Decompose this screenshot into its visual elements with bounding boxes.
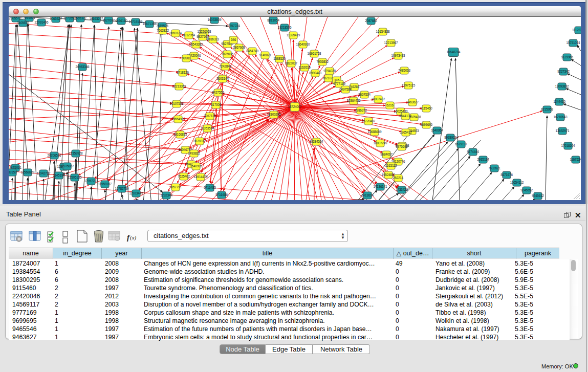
svg-text:8454749: 8454749: [246, 49, 258, 53]
svg-text:8186323: 8186323: [207, 37, 219, 41]
svg-text:15720407: 15720407: [362, 119, 376, 123]
svg-text:12975867: 12975867: [60, 164, 74, 168]
svg-text:19166825: 19166825: [173, 133, 187, 136]
svg-text:8660124: 8660124: [169, 31, 182, 35]
svg-text:17016504: 17016504: [561, 144, 575, 147]
svg-text:20364436: 20364436: [347, 99, 361, 102]
svg-text:18807249: 18807249: [374, 141, 387, 145]
svg-text:2718126: 2718126: [177, 71, 189, 74]
svg-text:6466160: 6466160: [115, 19, 127, 23]
svg-text:1167534: 1167534: [570, 158, 581, 161]
svg-text:39159: 39159: [9, 170, 17, 174]
svg-text:9794028: 9794028: [323, 69, 336, 73]
svg-text:2603144: 2603144: [216, 77, 229, 80]
svg-text:11568629: 11568629: [21, 170, 35, 174]
svg-text:8813054: 8813054: [267, 18, 279, 22]
svg-text:8990443: 8990443: [309, 71, 321, 75]
svg-text:14136141: 14136141: [374, 185, 387, 188]
svg-text:14914479: 14914479: [194, 175, 208, 179]
svg-text:7625402: 7625402: [178, 174, 190, 178]
svg-text:12213967: 12213967: [384, 41, 398, 45]
svg-text:12213369: 12213369: [172, 84, 186, 88]
svg-text:1527602: 1527602: [102, 18, 115, 22]
svg-text:16961758: 16961758: [308, 52, 321, 55]
svg-text:2867608: 2867608: [233, 46, 245, 49]
svg-text:1413614: 1413614: [361, 193, 374, 197]
svg-text:10973493: 10973493: [391, 54, 405, 57]
svg-text:9227342: 9227342: [557, 70, 570, 73]
svg-text:16543382: 16543382: [189, 42, 203, 46]
svg-text:6497568: 6497568: [339, 87, 352, 91]
svg-text:11123345: 11123345: [572, 28, 581, 32]
svg-text:11325419: 11325419: [287, 33, 300, 37]
svg-text:13692971: 13692971: [556, 129, 570, 133]
svg-text:9115460: 9115460: [421, 106, 433, 110]
svg-text:1965412: 1965412: [400, 130, 412, 134]
svg-text:2935114: 2935114: [477, 158, 490, 161]
svg-text:10671355: 10671355: [143, 22, 157, 26]
svg-text:1540999: 1540999: [190, 164, 202, 168]
svg-text:8215958: 8215958: [541, 107, 553, 111]
svg-text:9129966: 9129966: [561, 55, 573, 59]
svg-text:22091406: 22091406: [35, 20, 49, 24]
svg-text:7242848: 7242848: [219, 64, 231, 68]
svg-text:7955812: 7955812: [316, 60, 329, 63]
svg-text:17957223: 17957223: [84, 179, 98, 183]
svg-text:1244415: 1244415: [553, 100, 565, 103]
svg-text:1640954: 1640954: [431, 128, 443, 132]
svg-text:13975115: 13975115: [402, 83, 416, 87]
svg-text:9777169: 9777169: [333, 82, 345, 85]
svg-text:9245652: 9245652: [520, 188, 533, 192]
svg-text:546: 546: [231, 38, 236, 41]
svg-text:9146821: 9146821: [259, 53, 271, 57]
svg-text:1544134: 1544134: [399, 114, 411, 118]
svg-text:2087682: 2087682: [365, 19, 377, 23]
svg-text:10807487: 10807487: [372, 97, 385, 101]
svg-text:15226058: 15226058: [198, 30, 211, 33]
svg-text:98961: 98961: [182, 56, 191, 60]
svg-text:16648784: 16648784: [447, 50, 461, 54]
svg-text:8878332: 8878332: [193, 139, 206, 143]
svg-text:8938923: 8938923: [444, 136, 456, 139]
svg-text:12923445: 12923445: [129, 191, 143, 195]
svg-text:5716486: 5716486: [215, 193, 228, 196]
svg-text:17359928: 17359928: [69, 151, 83, 155]
svg-text:10653267: 10653267: [90, 17, 103, 20]
svg-text:16154838: 16154838: [376, 30, 390, 33]
svg-text:8912954: 8912954: [183, 33, 195, 37]
svg-text:18640910: 18640910: [296, 42, 310, 46]
svg-text:11958167: 11958167: [98, 182, 112, 186]
svg-text:3267130: 3267130: [204, 114, 216, 118]
svg-text:19218506: 19218506: [278, 26, 292, 29]
svg-text:8822037: 8822037: [285, 61, 297, 65]
svg-text:9463627: 9463627: [406, 100, 419, 104]
svg-text:19654983: 19654983: [171, 117, 185, 121]
svg-text:(x): (x): [130, 234, 137, 241]
svg-text:9245612: 9245612: [532, 194, 544, 198]
svg-text:9699695: 9699695: [420, 123, 432, 126]
svg-text:18724007: 18724007: [288, 105, 302, 108]
svg-text:1733426: 1733426: [396, 188, 408, 191]
svg-text:9684067: 9684067: [380, 152, 393, 156]
svg-text:10107553: 10107553: [170, 102, 184, 105]
svg-text:12942737: 12942737: [37, 171, 51, 175]
svg-text:10654112: 10654112: [510, 181, 524, 184]
svg-text:10688609: 10688609: [368, 130, 382, 134]
svg-text:7357224: 7357224: [228, 24, 240, 28]
svg-text:16782759: 16782759: [115, 187, 129, 190]
svg-text:12505135: 12505135: [68, 176, 82, 179]
svg-text:19384554: 19384554: [310, 140, 323, 143]
svg-text:20953346: 20953346: [76, 65, 90, 69]
svg-text:5716485: 5716485: [204, 186, 216, 189]
svg-text:8471676: 8471676: [500, 173, 513, 177]
svg-text:1493822: 1493822: [188, 151, 200, 155]
svg-text:7986372: 7986372: [355, 108, 367, 112]
svg-text:252214: 252214: [393, 176, 404, 180]
svg-text:16033809: 16033809: [208, 18, 222, 21]
svg-text:8427552: 8427552: [212, 91, 224, 94]
svg-text:7663822: 7663822: [157, 29, 169, 32]
svg-text:12093832: 12093832: [555, 84, 569, 88]
svg-text:6679197: 6679197: [455, 142, 467, 146]
svg-text:1145194: 1145194: [53, 173, 66, 177]
svg-text:7485063: 7485063: [398, 69, 410, 72]
